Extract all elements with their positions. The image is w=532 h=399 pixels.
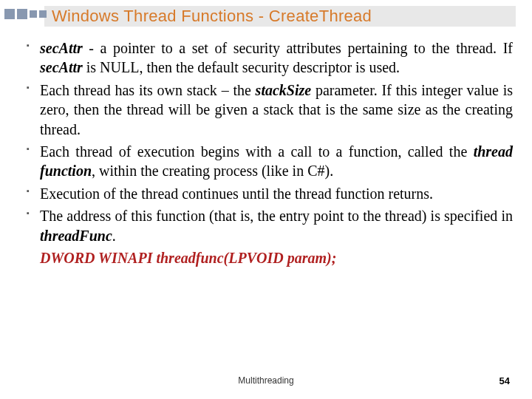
bullet-5-text-b: . [112, 228, 116, 244]
bullet-1-text-a: - a pointer to a set of security attribu… [83, 40, 513, 56]
bullet-5-text-a: The address of this function (that is, t… [40, 208, 513, 224]
slide-title: Windows Thread Functions - CreateThread [52, 7, 372, 26]
bullet-2-text-a: Each thread has its own stack – the [40, 82, 256, 98]
footer-label: Multithreading [0, 375, 532, 386]
bullet-5-term: threadFunc [40, 228, 112, 244]
function-signature: DWORD WINAPI threadfunc(LPVOID param); [40, 248, 513, 267]
bullet-2: Each thread has its own stack – the stac… [27, 81, 513, 139]
page-number: 54 [499, 375, 510, 386]
bullet-3-text-a: Each thread of execution begins with a c… [40, 143, 474, 160]
bullet-1-term2: secAttr [40, 59, 83, 75]
decor-square [4, 9, 15, 19]
bullet-1-text-b: is NULL, then the default security descr… [83, 59, 400, 75]
decor-square [17, 9, 27, 19]
slide-header: Windows Thread Functions - CreateThread [0, 0, 532, 28]
header-decoration [4, 9, 47, 19]
decor-square-small [30, 10, 37, 18]
bullet-3-text-b: , within the creating process (like in C… [92, 163, 333, 179]
bullet-4-text: Execution of the thread continues until … [40, 185, 433, 202]
bullet-1-term: secAttr [40, 40, 83, 56]
bullet-5: The address of this function (that is, t… [27, 206, 513, 245]
bullet-3: Each thread of execution begins with a c… [27, 142, 513, 181]
decor-square-small [39, 10, 47, 18]
slide-content: secAttr - a pointer to a set of security… [27, 38, 513, 267]
bullet-1: secAttr - a pointer to a set of security… [27, 38, 513, 78]
slide-footer: Multithreading 54 [0, 375, 532, 389]
title-bar: Windows Thread Functions - CreateThread [44, 6, 516, 27]
bullet-2-term: stackSize [256, 82, 312, 98]
bullet-4: Execution of the thread continues until … [27, 184, 513, 203]
